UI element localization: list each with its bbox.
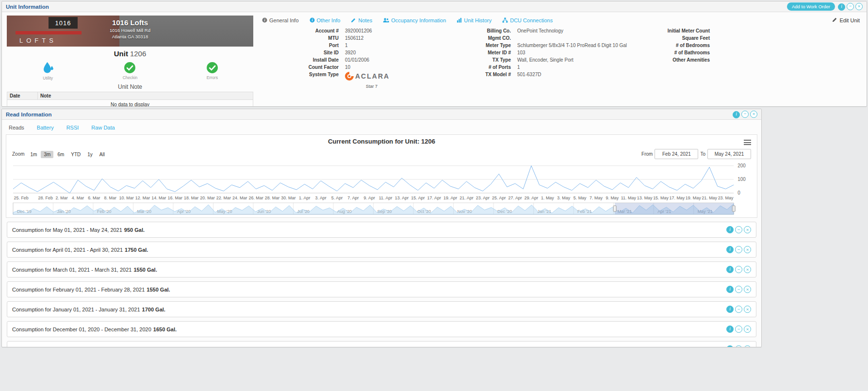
field-label: Billing Co. <box>421 28 511 33</box>
info-button[interactable]: i <box>726 266 734 273</box>
collapse-button[interactable]: − <box>735 326 742 333</box>
info-button[interactable]: i <box>726 326 734 333</box>
tab-raw-data[interactable]: Raw Data <box>91 125 115 130</box>
svg-text:7. May: 7. May <box>590 196 603 200</box>
field-label: Site ID <box>261 50 339 55</box>
svg-text:26. Mar: 26. Mar <box>248 196 263 200</box>
zoom-1m[interactable]: 1m <box>28 151 40 158</box>
consumption-value: 950 Gal. <box>124 227 145 233</box>
field-of-bedrooms: # of Bedrooms <box>654 43 862 48</box>
svg-text:13. May: 13. May <box>637 196 653 200</box>
close-button[interactable]: × <box>750 111 757 118</box>
unit-panel-body: 1016 LOFTS 1016 Lofts 1016 Howell Mill R… <box>2 12 867 107</box>
field-meter-id: Meter ID #103 <box>421 50 654 55</box>
consumption-line-chart[interactable]: 010020025. Feb28. Feb2. Mar4. Mar6. Mar8… <box>10 160 753 201</box>
svg-text:3. May: 3. May <box>557 196 570 200</box>
tab-reads[interactable]: Reads <box>9 125 24 130</box>
read-panel-header: Read Information i−× <box>2 109 761 120</box>
info-icon: i <box>310 17 315 23</box>
collapse-button[interactable]: − <box>847 3 854 10</box>
svg-text:24. Mar: 24. Mar <box>232 196 247 200</box>
close-button[interactable]: × <box>744 345 751 347</box>
close-button[interactable]: × <box>855 3 863 10</box>
tab-battery[interactable]: Battery <box>37 125 54 130</box>
field-label: TX Model # <box>421 72 511 77</box>
svg-text:19. Apr: 19. Apr <box>443 196 457 200</box>
property-address-line1: 1016 Howell Mill Rd <box>7 28 253 33</box>
tab-general-info[interactable]: iGeneral Info <box>262 17 299 23</box>
zoom-6m[interactable]: 6m <box>54 151 67 158</box>
property-photo: 1016 LOFTS 1016 Lofts 1016 Howell Mill R… <box>7 16 253 47</box>
field-label: Meter Type <box>421 43 511 48</box>
zoom-ytd[interactable]: YTD <box>68 151 83 158</box>
consumption-value: 1700 Gal. <box>142 307 165 312</box>
consumption-row-buttons: i−× <box>725 306 751 313</box>
note-column-note: Note <box>38 92 253 100</box>
collapse-button[interactable]: − <box>741 111 749 118</box>
info-button[interactable]: i <box>726 246 734 253</box>
tab-other-info[interactable]: iOther Info <box>310 17 341 23</box>
consumption-value: 1550 Gal. <box>133 267 157 273</box>
field-other-amenities: Other Amenities <box>654 57 862 63</box>
field-billing-co: Billing Co.OnePoint Technology <box>421 28 654 33</box>
tab-unit-history[interactable]: Unit History <box>457 17 491 23</box>
collapse-button[interactable]: − <box>735 286 742 293</box>
field-value: 3920 <box>339 50 421 55</box>
svg-text:29. Apr: 29. Apr <box>524 196 538 200</box>
consumption-text: Consumption for February 01, 2021 - Febr… <box>12 287 145 293</box>
close-button[interactable]: × <box>744 286 751 293</box>
close-button[interactable]: × <box>744 246 751 253</box>
tab-notes[interactable]: Notes <box>351 17 372 23</box>
tab-occupancy-information[interactable]: Occupancy Information <box>383 17 446 23</box>
svg-text:16. Mar: 16. Mar <box>168 196 182 200</box>
unit-information-panel: Unit Information Add to Work Order i−× 1… <box>1 1 867 107</box>
svg-text:21. Apr: 21. Apr <box>459 196 473 200</box>
close-button[interactable]: × <box>744 326 751 333</box>
tab-label: Occupancy Information <box>391 17 446 23</box>
zoom-all[interactable]: All <box>97 151 108 158</box>
unit-tabs-row: iGeneral InfoiOther InfoNotesOccupancy I… <box>261 16 862 28</box>
from-date-input[interactable] <box>655 149 698 159</box>
collapse-button[interactable]: − <box>735 266 742 273</box>
unit-panel-title: Unit Information <box>6 4 49 10</box>
info-button[interactable]: i <box>726 345 734 347</box>
close-button[interactable]: × <box>744 306 751 313</box>
field-label: Count Factor <box>261 65 339 70</box>
navigator-handle[interactable] <box>613 206 616 212</box>
info-button[interactable]: i <box>726 306 734 313</box>
zoom-1y[interactable]: 1y <box>84 151 96 158</box>
svg-text:18. Mar: 18. Mar <box>184 196 198 200</box>
edit-unit-button[interactable]: Edit Unit <box>832 17 860 23</box>
to-date-input[interactable] <box>707 149 751 159</box>
tab-rssi[interactable]: RSSI <box>66 125 79 130</box>
collapse-button[interactable]: − <box>735 226 742 233</box>
field-label: System Type <box>261 72 339 89</box>
field-value: 1 <box>339 43 421 48</box>
close-button[interactable]: × <box>744 226 751 233</box>
collapse-button[interactable]: − <box>735 345 742 347</box>
unit-fields-column-1: Account #3920001206MTU1506112Port1Site I… <box>261 28 421 91</box>
info-button[interactable]: i <box>726 226 734 233</box>
field-site-id: Site ID3920 <box>261 50 421 55</box>
zoom-3m[interactable]: 3m <box>41 151 53 158</box>
info-button[interactable]: i <box>733 111 740 118</box>
unit-fields: Account #3920001206MTU1506112Port1Site I… <box>261 28 862 91</box>
svg-text:28. Feb: 28. Feb <box>38 196 53 200</box>
svg-text:3. Apr: 3. Apr <box>315 196 326 200</box>
svg-text:25. Apr: 25. Apr <box>492 196 506 200</box>
unit-summary-card: 1016 LOFTS 1016 Lofts 1016 Howell Mill R… <box>7 16 253 107</box>
tab-label: Other Info <box>317 17 341 23</box>
consumption-text: Consumption for March 01, 2021 - March 3… <box>12 267 131 273</box>
collapse-button[interactable]: − <box>735 246 742 253</box>
field-value <box>710 57 862 63</box>
chart-navigator[interactable]: Dec '19Jan '20Feb '20Mar '20Apr '20May '… <box>10 202 753 216</box>
collapse-button[interactable]: − <box>735 306 742 313</box>
field-value: 1506112 <box>339 35 421 41</box>
chart-menu-icon[interactable] <box>744 140 751 147</box>
info-button[interactable]: i <box>726 286 734 293</box>
info-button[interactable]: i <box>838 3 845 11</box>
tab-dcu-connections[interactable]: DCU Connections <box>502 17 553 23</box>
water-drop-icon <box>42 62 54 74</box>
add-to-work-order-button[interactable]: Add to Work Order <box>787 2 835 11</box>
close-button[interactable]: × <box>744 266 751 273</box>
